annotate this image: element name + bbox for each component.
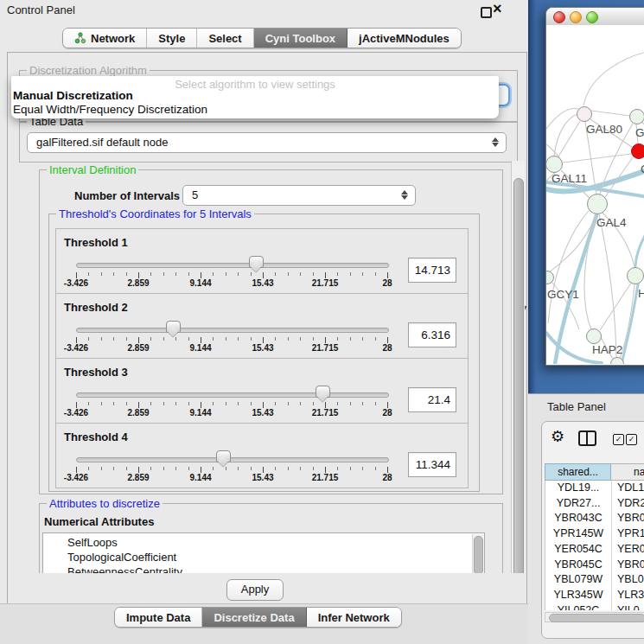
tab-infer-network[interactable]: Infer Network xyxy=(307,608,401,627)
tick-mark xyxy=(288,467,289,470)
scrollbar-thumb[interactable] xyxy=(513,178,524,584)
table-cell[interactable]: YBR0 xyxy=(617,511,644,526)
table-cell[interactable]: YLR3 xyxy=(617,588,644,603)
checkbox-checked-icon[interactable]: ✓ xyxy=(613,434,624,445)
dropdown-item-equal-width-frequency[interactable]: Equal Width/Frequency Discretization xyxy=(13,103,207,116)
table-cell[interactable]: YPR1 xyxy=(617,526,644,542)
tab-label: Impute Data xyxy=(126,611,190,624)
table-row[interactable]: YDL19...YDL1 xyxy=(545,481,644,496)
table-data-value: galFiltered.sif default node xyxy=(36,136,168,149)
tick-mark xyxy=(201,337,201,343)
split-pane-icon[interactable] xyxy=(578,430,596,446)
tab-jactivemnodules[interactable]: jActiveMNodules xyxy=(348,29,461,48)
node-label: H xyxy=(638,287,644,300)
table-cell[interactable]: YDL1 xyxy=(617,481,644,496)
close-light-icon[interactable] xyxy=(553,11,565,23)
threshold-value-field[interactable]: 6.316 xyxy=(408,322,456,348)
top-tab-strip: NetworkStyleSelectCyni ToolboxjActiveMNo… xyxy=(62,28,462,48)
table-cell[interactable]: YPR145W xyxy=(545,526,611,542)
list-scrollbar[interactable] xyxy=(472,534,483,576)
minimize-light-icon[interactable] xyxy=(570,11,582,23)
table-row[interactable]: YPR145WYPR1 xyxy=(545,526,644,542)
column-header-name[interactable]: na xyxy=(611,463,644,481)
tick-mark xyxy=(163,337,164,341)
table-cell[interactable]: YIL0 xyxy=(617,603,640,610)
tick-mark xyxy=(76,402,77,408)
number-of-intervals-select[interactable]: 5 xyxy=(182,185,416,206)
tab-discretize-data[interactable]: Discretize Data xyxy=(202,608,306,627)
table-row[interactable]: YBR043CYBR0 xyxy=(545,511,644,526)
table-row[interactable]: YIL052CYIL0 xyxy=(545,603,644,610)
checkbox-checked-icon[interactable]: ✓ xyxy=(626,434,637,445)
tab-cyni-toolbox[interactable]: Cyni Toolbox xyxy=(254,29,348,48)
threshold-value-field[interactable]: 21.4 xyxy=(408,387,456,412)
panel-scrollbar[interactable] xyxy=(511,161,525,602)
slider-thumb[interactable] xyxy=(249,256,264,268)
tab-label: Network xyxy=(91,32,135,45)
slider-thumb[interactable] xyxy=(216,450,231,462)
table-cell[interactable]: YBL0 xyxy=(617,572,644,588)
list-item[interactable]: TopologicalCoefficient xyxy=(67,550,176,564)
close-icon[interactable]: × xyxy=(493,0,502,18)
tick-mark xyxy=(113,337,114,341)
graph-node-ga[interactable] xyxy=(629,109,644,124)
scrollbar-thumb[interactable] xyxy=(474,536,483,575)
graph-node-hap2[interactable] xyxy=(586,328,602,344)
tab-style[interactable]: Style xyxy=(147,29,197,48)
tab-impute-data[interactable]: Impute Data xyxy=(115,608,202,627)
table-horizontal-scrollbar[interactable] xyxy=(545,612,644,622)
slider-thumb[interactable] xyxy=(316,386,330,398)
tick-mark xyxy=(88,467,89,470)
tick-mark xyxy=(263,467,264,473)
tick-mark xyxy=(213,467,214,470)
tab-network[interactable]: Network xyxy=(63,29,147,48)
slider-track[interactable] xyxy=(76,457,389,462)
threshold-value-field[interactable]: 11.344 xyxy=(408,452,456,477)
table-cell[interactable]: YBL079W xyxy=(545,572,611,588)
slider-track[interactable] xyxy=(76,328,389,333)
slider-thumb[interactable] xyxy=(166,321,181,333)
graph-node-c[interactable] xyxy=(631,143,644,159)
table-cell[interactable]: YBR045C xyxy=(545,558,611,573)
gear-icon[interactable]: ⚙ xyxy=(551,427,564,446)
float-window-icon[interactable] xyxy=(481,7,492,18)
apply-button[interactable]: Apply xyxy=(226,579,284,601)
table-panel-title: Table Panel xyxy=(547,400,606,413)
scrollbar-thumb[interactable] xyxy=(549,614,644,622)
graph-node-gal11[interactable] xyxy=(546,156,563,173)
table-cell[interactable]: YER0 xyxy=(617,542,644,558)
table-cell[interactable]: YDL19... xyxy=(545,481,611,496)
column-header-shared[interactable]: shared... xyxy=(545,463,611,481)
dropdown-item-manual-discretization[interactable]: Manual Discretization xyxy=(13,89,133,102)
tick-label: 15.43 xyxy=(252,343,273,353)
table-cell[interactable]: YDR27... xyxy=(545,496,611,512)
table-row[interactable]: YER054CYER0 xyxy=(545,542,644,558)
network-canvas[interactable]: GAL80GACGAL11GAL4HGCY1HAP2 xyxy=(546,25,644,364)
table-row[interactable]: YBR045CYBR0 xyxy=(545,558,644,573)
table-cell[interactable]: YBR0 xyxy=(617,558,644,573)
network-window-titlebar[interactable] xyxy=(546,8,644,26)
table-data-select[interactable]: galFiltered.sif default node xyxy=(27,132,507,153)
table-cell[interactable]: YER054C xyxy=(545,542,611,558)
graph-node-h[interactable] xyxy=(627,267,644,284)
table-row[interactable]: YLR345WYLR3 xyxy=(545,588,644,603)
table-cell[interactable]: YBR043C xyxy=(545,511,611,526)
table-cell[interactable]: YLR345W xyxy=(545,588,611,603)
tab-select[interactable]: Select xyxy=(197,29,253,48)
tick-label: -3.426 xyxy=(64,408,88,418)
graph-node-gal80[interactable] xyxy=(577,106,592,122)
numerical-attributes-list[interactable]: SelfLoopsTopologicalCoefficientBetweenne… xyxy=(42,532,485,578)
slider-track[interactable] xyxy=(76,392,389,398)
table-body[interactable]: YDL19...YDL1YDR27...YDR2YBR043CYBR0YPR14… xyxy=(545,481,644,610)
list-item[interactable]: SelfLoops xyxy=(67,535,118,550)
graph-node-gal4[interactable] xyxy=(587,194,608,214)
table-cell[interactable]: YIL052C xyxy=(545,603,611,610)
zoom-light-icon[interactable] xyxy=(586,11,598,23)
table-cell[interactable]: YDR2 xyxy=(617,496,644,512)
table-row[interactable]: YBL079WYBL0 xyxy=(545,572,644,588)
table-row[interactable]: YDR27...YDR2 xyxy=(545,496,644,512)
slider-track[interactable] xyxy=(76,263,389,268)
threshold-value-field[interactable]: 14.713 xyxy=(408,258,456,283)
network-view-window[interactable]: GAL80GACGAL11GAL4HGCY1HAP2 xyxy=(545,7,644,366)
tick-mark xyxy=(188,467,189,470)
